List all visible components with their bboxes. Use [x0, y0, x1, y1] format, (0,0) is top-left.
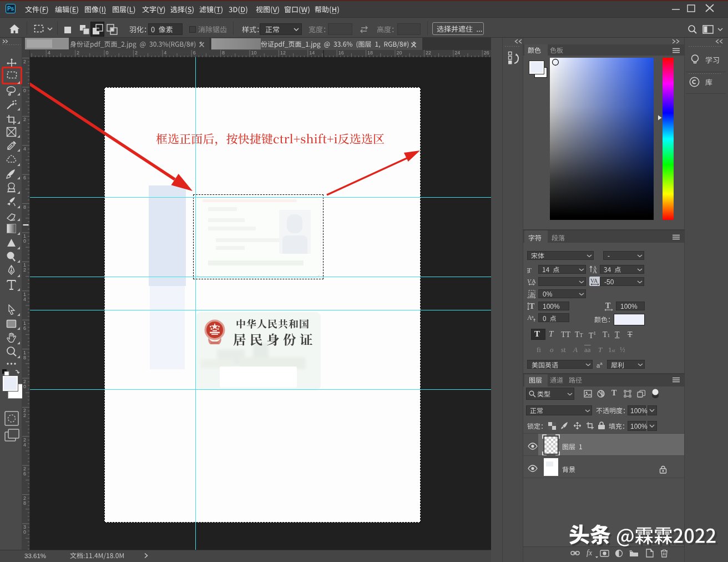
- svg-text:2: 2: [23, 267, 26, 273]
- svg-text:V: V: [527, 278, 532, 284]
- svg-text:A: A: [593, 268, 597, 274]
- svg-text:4: 4: [23, 146, 26, 152]
- svg-text:24: 24: [454, 50, 460, 56]
- svg-text:0: 0: [23, 529, 26, 535]
- svg-text:2: 2: [23, 59, 26, 64]
- svg-text:26: 26: [484, 50, 489, 56]
- svg-text:8: 8: [222, 50, 225, 56]
- svg-text:16: 16: [338, 50, 344, 56]
- svg-text:8: 8: [23, 355, 26, 360]
- svg-text:0: 0: [23, 88, 26, 93]
- svg-text:a: a: [532, 314, 534, 319]
- svg-text:0: 0: [23, 238, 26, 244]
- svg-text:T: T: [605, 302, 611, 310]
- svg-text:VA: VA: [590, 278, 598, 284]
- svg-text:6: 6: [23, 175, 26, 180]
- svg-text:4: 4: [48, 50, 50, 56]
- svg-text:22: 22: [426, 50, 431, 56]
- svg-text:4: 4: [23, 442, 26, 448]
- svg-text:0: 0: [106, 50, 109, 56]
- svg-text:6: 6: [23, 325, 26, 331]
- svg-text:10: 10: [251, 50, 257, 56]
- svg-text:0: 0: [23, 384, 26, 389]
- svg-text:8: 8: [23, 500, 26, 506]
- svg-text:12: 12: [280, 50, 286, 56]
- svg-text:8: 8: [23, 204, 26, 210]
- svg-text:20: 20: [397, 50, 402, 56]
- svg-text:14: 14: [309, 50, 315, 56]
- svg-text:T: T: [527, 269, 529, 273]
- svg-text:2: 2: [77, 50, 79, 56]
- svg-text:6: 6: [23, 471, 26, 476]
- svg-text:2: 2: [135, 50, 138, 56]
- svg-text:18: 18: [367, 50, 373, 56]
- svg-text:2: 2: [23, 117, 26, 122]
- svg-text:4: 4: [23, 297, 26, 302]
- svg-text:2: 2: [23, 413, 26, 418]
- svg-text:6: 6: [193, 50, 196, 56]
- svg-text:A: A: [532, 278, 536, 284]
- svg-text:T: T: [529, 302, 535, 310]
- svg-text:4: 4: [164, 50, 166, 56]
